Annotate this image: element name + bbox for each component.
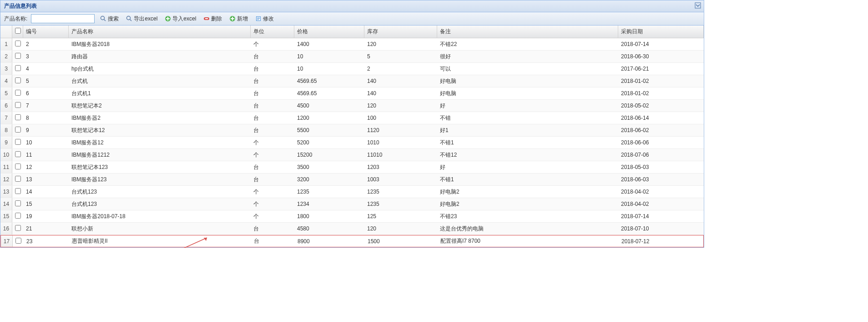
- cell-stock: 1235: [364, 199, 437, 209]
- table-row[interactable]: 1621联想小新台4580120这是台优秀的电脑2018-07-10: [0, 223, 704, 235]
- table-row[interactable]: 45台式机台4569.65140好电脑2018-01-02: [0, 75, 704, 87]
- table-row[interactable]: 1415台式机123个12341235好电脑22018-04-02: [0, 198, 704, 210]
- product-grid: 编号 产品名称 单位 价格 库存 备注 采购日期 12IBM服务器2018个14…: [0, 26, 704, 247]
- col-stock[interactable]: 库存: [364, 26, 437, 38]
- col-price[interactable]: 价格: [294, 26, 364, 38]
- table-row[interactable]: 1519IBM服务器2018-07-18个1800125不错232018-07-…: [0, 210, 704, 223]
- col-remark[interactable]: 备注: [437, 26, 618, 38]
- cell-name: 惠普暗影精灵II: [69, 235, 251, 247]
- row-number: 11: [0, 161, 12, 173]
- cell-price: 1235: [294, 187, 364, 197]
- cell-id: 6: [23, 88, 69, 98]
- col-id[interactable]: 编号: [23, 26, 69, 38]
- cell-id: 14: [23, 187, 69, 197]
- table-row[interactable]: 89联想笔记本12台55001120好12018-06-02: [0, 124, 704, 137]
- cell-name: 台式机123: [69, 186, 251, 198]
- table-row[interactable]: 12IBM服务器2018个1400120不错222018-07-14: [0, 38, 704, 51]
- table-row[interactable]: 1213IBM服务器123台32001003不错12018-06-03: [0, 174, 704, 186]
- export-excel-button[interactable]: 导出excel: [124, 15, 159, 23]
- row-number: 16: [0, 223, 12, 235]
- row-checkbox[interactable]: [15, 164, 21, 169]
- cell-stock: 1203: [364, 162, 437, 172]
- cell-id: 13: [23, 174, 69, 184]
- row-checkbox[interactable]: [15, 102, 21, 108]
- row-checkbox[interactable]: [15, 213, 21, 219]
- row-checkbox-cell: [12, 51, 23, 62]
- panel-title: 产品信息列表: [4, 3, 37, 9]
- cell-date: 2018-01-02: [618, 88, 704, 98]
- search-button[interactable]: 搜索: [98, 15, 121, 23]
- col-name[interactable]: 产品名称: [69, 26, 251, 38]
- table-row[interactable]: 34hp台式机台102可以2017-06-21: [0, 63, 704, 75]
- row-number: 3: [0, 63, 12, 75]
- row-checkbox[interactable]: [15, 65, 21, 71]
- cell-name: IBM服务器1212: [69, 149, 251, 161]
- cell-id: 4: [23, 64, 69, 74]
- row-checkbox[interactable]: [15, 41, 21, 46]
- cell-id: 11: [23, 150, 69, 160]
- cell-price: 1234: [294, 199, 364, 209]
- select-all-checkbox[interactable]: [15, 28, 21, 34]
- cell-id: 21: [23, 224, 69, 234]
- cell-unit: 个: [251, 199, 294, 210]
- cell-unit: 个: [251, 137, 294, 148]
- row-checkbox[interactable]: [15, 176, 21, 182]
- product-name-input[interactable]: [31, 14, 95, 23]
- table-row[interactable]: 1314台式机123个12351235好电脑22018-04-02: [0, 186, 704, 198]
- table-row[interactable]: 1112联想笔记本123台35001203好2018-05-03: [0, 161, 704, 174]
- table-row[interactable]: 78IBM服务器2台1200100不错2018-06-14: [0, 112, 704, 124]
- col-unit[interactable]: 单位: [251, 26, 294, 38]
- cell-unit: 台: [251, 235, 295, 247]
- row-number: 2: [0, 51, 12, 62]
- svg-rect-7: [205, 18, 208, 19]
- cell-name: hp台式机: [69, 63, 251, 75]
- export-icon: [126, 15, 132, 22]
- row-checkbox-cell: [12, 223, 23, 234]
- row-checkbox[interactable]: [15, 77, 21, 83]
- cell-name: IBM服务器2018-07-18: [69, 211, 251, 222]
- import-excel-button[interactable]: 导入excel: [163, 15, 198, 23]
- table-row[interactable]: 1723惠普暗影精灵II台89001500配置很高I7 87002018-07-…: [0, 235, 704, 247]
- cell-date: 2018-06-06: [618, 138, 704, 148]
- col-checkbox[interactable]: [12, 26, 23, 38]
- cell-price: 15200: [294, 150, 364, 160]
- cell-date: 2018-07-14: [618, 39, 704, 49]
- cell-stock: 120: [364, 39, 437, 49]
- row-checkbox[interactable]: [15, 188, 21, 194]
- cell-remark: 好电脑2: [437, 186, 618, 198]
- row-checkbox-cell: [12, 63, 23, 74]
- row-checkbox-cell: [12, 137, 23, 148]
- cell-date: 2018-07-12: [619, 236, 703, 246]
- row-checkbox[interactable]: [15, 200, 21, 206]
- table-row[interactable]: 1011IBM服务器1212个1520011010不错122018-07-06: [0, 149, 704, 161]
- cell-price: 3500: [294, 162, 364, 172]
- row-checkbox[interactable]: [15, 90, 21, 96]
- row-checkbox[interactable]: [15, 225, 21, 231]
- table-row[interactable]: 910IBM服务器12个52001010不错12018-06-06: [0, 137, 704, 149]
- cell-date: 2018-04-02: [618, 199, 704, 209]
- cell-stock: 140: [364, 76, 437, 86]
- row-checkbox[interactable]: [15, 53, 21, 59]
- row-checkbox[interactable]: [15, 238, 21, 244]
- delete-button[interactable]: 删除: [202, 15, 224, 23]
- cell-price: 5200: [294, 138, 364, 148]
- cell-stock: 1003: [364, 174, 437, 184]
- cell-unit: 台: [251, 223, 294, 235]
- table-row[interactable]: 56台式机1台4569.65140好电脑2018-01-02: [0, 87, 704, 100]
- table-row[interactable]: 67联想笔记本2台4500120好2018-05-02: [0, 100, 704, 112]
- row-checkbox[interactable]: [15, 151, 21, 157]
- row-checkbox[interactable]: [15, 139, 21, 145]
- table-row[interactable]: 23路由器台105很好2018-06-30: [0, 51, 704, 63]
- cell-stock: 125: [364, 211, 437, 221]
- cell-id: 9: [23, 125, 69, 135]
- col-date[interactable]: 采购日期: [618, 26, 704, 38]
- row-checkbox-cell: [12, 162, 23, 173]
- collapse-icon[interactable]: [695, 2, 701, 9]
- row-checkbox[interactable]: [15, 127, 21, 133]
- edit-button[interactable]: 修改: [253, 15, 276, 23]
- add-button[interactable]: 新增: [227, 15, 250, 23]
- svg-line-4: [130, 20, 132, 21]
- cell-id: 23: [24, 236, 69, 246]
- cell-remark: 不错22: [437, 39, 618, 50]
- row-checkbox[interactable]: [15, 114, 21, 120]
